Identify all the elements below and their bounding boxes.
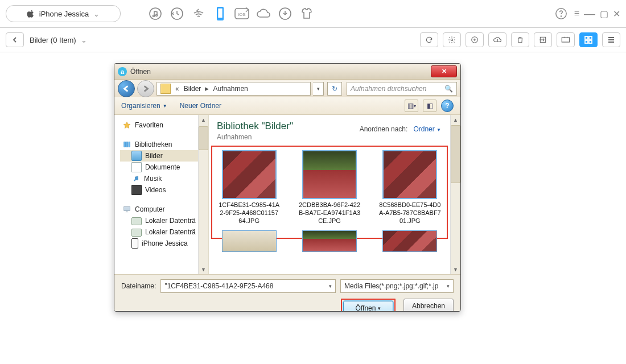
search-input[interactable]: Aufnahmen durchsuchen 🔍 bbox=[347, 82, 457, 96]
sidebar-documents[interactable]: Dokumente bbox=[120, 162, 206, 173]
svg-point-6 bbox=[220, 19, 221, 20]
chevron-down-icon: ▼ bbox=[163, 104, 167, 109]
view-mode-button[interactable]: ▥ ▾ bbox=[405, 100, 418, 112]
nav-row: « Bilder ▶ Aufnahmen ▾ ↻ Aufnahmen durch… bbox=[114, 80, 460, 97]
address-bar[interactable]: « Bilder ▶ Aufnahmen bbox=[156, 82, 311, 96]
svg-rect-16 bbox=[585, 36, 588, 39]
content-scrollbar[interactable]: ▲▼ bbox=[450, 115, 460, 274]
search-icon: 🔍 bbox=[444, 85, 453, 93]
refresh-button[interactable] bbox=[420, 32, 438, 47]
folder-icon bbox=[160, 84, 171, 94]
documents-icon bbox=[131, 162, 142, 172]
history-icon[interactable] bbox=[168, 5, 186, 22]
sidebar-drive-1[interactable]: Lokaler Datenträ bbox=[120, 215, 206, 226]
back-button[interactable] bbox=[6, 32, 24, 47]
file-thumb-icon bbox=[222, 230, 277, 252]
device-name: iPhone Jessica bbox=[39, 10, 89, 18]
arrange-label: Anordnen nach: bbox=[360, 125, 408, 133]
export-button[interactable] bbox=[534, 32, 552, 47]
sidebar-libraries[interactable]: Bibliotheken bbox=[120, 139, 206, 150]
filename-input[interactable]: "1CF4BE31-C985-41A2-9F25-A468▾ bbox=[160, 279, 336, 293]
arrange-value[interactable]: Ordner bbox=[413, 125, 434, 133]
svg-point-0 bbox=[150, 8, 161, 19]
chevron-down-icon: ▾ bbox=[329, 283, 332, 289]
maximize-icon[interactable]: ▢ bbox=[600, 9, 608, 19]
file-item[interactable] bbox=[378, 230, 442, 254]
cloud-icon[interactable] bbox=[255, 5, 272, 22]
pictures-icon bbox=[131, 151, 142, 161]
nav-back-button[interactable] bbox=[118, 80, 135, 97]
ios-icon[interactable]: iOS bbox=[233, 5, 250, 22]
filetype-select[interactable]: Media Files(*.png;*.jpg;*.gif;*.jp▾ bbox=[340, 279, 454, 293]
address-chevrons: « bbox=[173, 85, 182, 93]
preview-pane-button[interactable]: ◧ bbox=[423, 100, 436, 112]
file-item[interactable] bbox=[217, 230, 281, 254]
list-view-button[interactable] bbox=[602, 32, 620, 47]
nav-forward-button[interactable] bbox=[137, 80, 154, 97]
music-icon[interactable] bbox=[147, 5, 164, 22]
shirt-icon[interactable] bbox=[298, 5, 315, 22]
svg-text:iOS: iOS bbox=[238, 12, 245, 17]
sidebar: Favoriten Bibliotheken Bilder Dokumente … bbox=[114, 115, 209, 274]
sidebar-favorites[interactable]: Favoriten bbox=[120, 119, 206, 131]
organize-menu[interactable]: Organisieren▼ bbox=[121, 102, 167, 110]
sidebar-iphone[interactable]: iPhone Jessica bbox=[120, 238, 206, 249]
chevron-down-icon: ▼ bbox=[436, 127, 441, 133]
arrange-by[interactable]: Anordnen nach: Ordner ▼ bbox=[360, 125, 441, 133]
sidebar-computer[interactable]: Computer bbox=[120, 204, 206, 215]
file-item[interactable] bbox=[297, 230, 361, 254]
grid-view-button[interactable] bbox=[579, 32, 598, 47]
svg-rect-19 bbox=[589, 40, 592, 43]
app-toolbar: iPhone Jessica ⌄ iOS ≡ — ▢ ✕ bbox=[0, 0, 626, 28]
svg-point-1 bbox=[153, 15, 155, 17]
file-thumb-icon bbox=[302, 230, 357, 252]
window-controls: ≡ — ▢ ✕ bbox=[574, 7, 620, 20]
file-thumb-icon bbox=[382, 150, 437, 199]
sidebar-music[interactable]: Musik bbox=[120, 173, 206, 184]
phone-icon[interactable] bbox=[212, 5, 229, 22]
file-thumb-icon bbox=[222, 150, 277, 199]
file-item[interactable]: 8C568BD0-EE75-4D0 A-A7B5-787C8BABF7 01.J… bbox=[378, 150, 442, 225]
second-toolbar: Bilder (0 Item) ⌄ bbox=[0, 28, 626, 52]
wifi-back-icon[interactable] bbox=[190, 5, 207, 22]
settings-button[interactable] bbox=[443, 32, 461, 47]
file-item[interactable]: 1CF4BE31-C985-41A 2-9F25-A468C01157 64.J… bbox=[217, 150, 281, 225]
content-subheading: Aufnahmen bbox=[217, 133, 452, 141]
minimize-icon[interactable]: — bbox=[584, 7, 595, 20]
music-icon bbox=[131, 174, 141, 183]
chevron-down-icon: ▾ bbox=[447, 283, 450, 289]
add-button[interactable] bbox=[466, 32, 484, 47]
close-button[interactable]: ✕ bbox=[431, 65, 457, 77]
svg-rect-22 bbox=[129, 142, 130, 147]
sidebar-scrollbar[interactable]: ▲▼ bbox=[198, 115, 208, 274]
address-seg-1[interactable]: Bilder bbox=[182, 85, 204, 93]
close-icon[interactable]: ✕ bbox=[613, 9, 620, 19]
sidebar-drive-2[interactable]: Lokaler Datenträ bbox=[120, 226, 206, 238]
sidebar-videos[interactable]: Videos bbox=[120, 184, 206, 196]
file-thumb-icon bbox=[382, 230, 437, 252]
device-selector[interactable]: iPhone Jessica ⌄ bbox=[6, 5, 121, 22]
dialog-bottom: Dateiname: "1CF4BE31-C985-41A2-9F25-A468… bbox=[114, 274, 460, 312]
menu-icon[interactable]: ≡ bbox=[574, 9, 579, 19]
delete-button[interactable] bbox=[511, 32, 529, 47]
refresh-button[interactable]: ↻ bbox=[327, 82, 342, 96]
device-button[interactable] bbox=[557, 32, 575, 47]
breadcrumb[interactable]: Bilder (0 Item) ⌄ bbox=[30, 36, 87, 44]
cloud-upload-button[interactable] bbox=[488, 32, 506, 47]
svg-point-12 bbox=[451, 39, 453, 41]
svg-rect-21 bbox=[126, 142, 128, 147]
help-icon[interactable] bbox=[553, 5, 570, 22]
open-button[interactable]: Öffnen ▾ bbox=[343, 301, 393, 312]
svg-point-23 bbox=[134, 180, 135, 181]
address-seg-2[interactable]: Aufnahmen bbox=[211, 85, 250, 93]
new-folder-button[interactable]: Neuer Ordner bbox=[180, 102, 221, 110]
download-icon[interactable] bbox=[277, 5, 294, 22]
star-icon bbox=[122, 121, 131, 130]
cancel-button[interactable]: Abbrechen bbox=[403, 299, 454, 312]
file-item[interactable]: 2CDBB3BA-96F2-422 B-BA7E-EA9741F1A3 CE.J… bbox=[297, 150, 361, 225]
dialog-title: Öffnen bbox=[130, 68, 151, 76]
address-dropdown[interactable]: ▾ bbox=[313, 82, 324, 96]
dialog-titlebar: a Öffnen ✕ bbox=[114, 64, 460, 80]
help-button[interactable]: ? bbox=[441, 100, 454, 112]
sidebar-pictures[interactable]: Bilder bbox=[120, 150, 206, 162]
